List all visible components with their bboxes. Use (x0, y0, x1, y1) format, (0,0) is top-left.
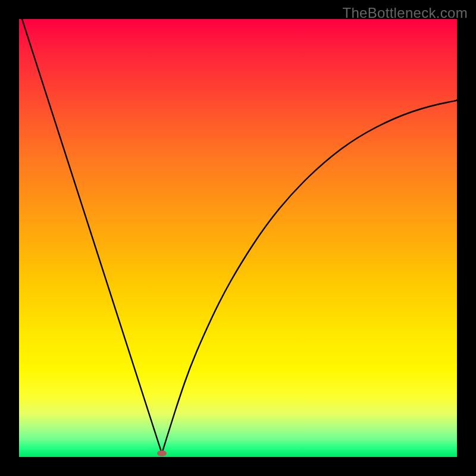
bottleneck-curve (22, 19, 457, 453)
chart-frame: TheBottleneck.com (0, 0, 476, 476)
curve-svg (19, 19, 457, 457)
plot-area (19, 19, 457, 457)
minimum-marker (157, 450, 167, 456)
